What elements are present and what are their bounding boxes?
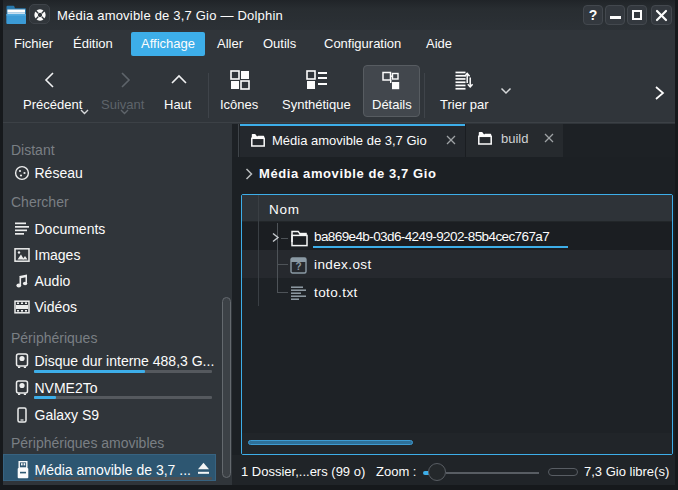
svg-text:?: ? (295, 261, 301, 272)
